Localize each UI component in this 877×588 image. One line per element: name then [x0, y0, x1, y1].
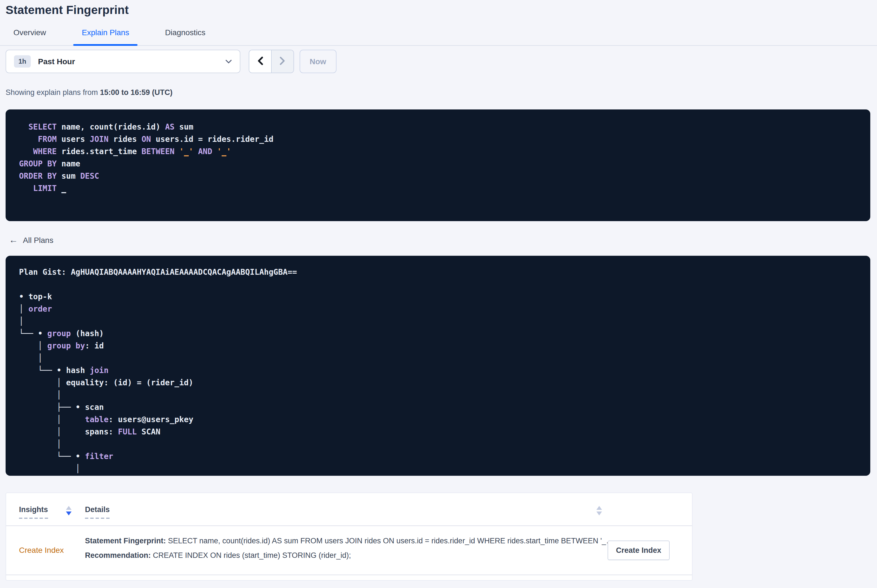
sort-desc-icon[interactable]: [66, 506, 72, 515]
page-title: Statement Fingerprint: [0, 0, 877, 17]
recommendation-label: Recommendation:: [85, 551, 151, 560]
time-range-dropdown[interactable]: 1h Past Hour: [6, 50, 240, 73]
chevron-right-icon: [280, 56, 286, 67]
sql-statement-code: SELECT name, count(rides.id) AS sum FROM…: [19, 121, 857, 194]
recommendation-detail: Recommendation: CREATE INDEX ON rides (s…: [85, 551, 351, 560]
tab-explain-plans[interactable]: Explain Plans: [82, 28, 129, 45]
plan-tree: • top-k│ order│└── • group (hash) │ grou…: [19, 290, 857, 475]
insight-type-link[interactable]: Create Index: [19, 546, 64, 555]
previous-interval-button[interactable]: [249, 50, 271, 73]
recommendation-text: CREATE INDEX ON rides (start_time) STORI…: [151, 551, 351, 560]
back-arrow-icon: ←: [9, 236, 18, 244]
all-plans-label: All Plans: [23, 236, 53, 244]
showing-range-bold: 15:00 to 16:59 (UTC): [100, 88, 173, 97]
chevron-left-icon: [257, 56, 263, 67]
tab-overview[interactable]: Overview: [14, 28, 46, 45]
spacer: [19, 278, 857, 290]
create-index-button[interactable]: Create Index: [608, 540, 669, 560]
sort-up-triangle: [596, 506, 602, 510]
fingerprint-text: SELECT name, count(rides.id) AS sum FROM…: [166, 537, 613, 545]
column-header-details[interactable]: Details: [85, 506, 110, 519]
plan-gist-label: Plan Gist:: [19, 267, 71, 276]
table-row: Create Index Statement Fingerprint: SELE…: [6, 526, 692, 575]
time-step-buttons: [249, 50, 294, 73]
plan-gist-value: AgHUAQIABQAAAAHYAQIAiAEAAAADCQACAgAABQIL…: [71, 267, 297, 276]
chevron-down-icon: [225, 59, 232, 64]
time-toolbar: 1h Past Hour Now: [6, 50, 870, 73]
now-button[interactable]: Now: [299, 50, 336, 73]
sort-down-triangle-active: [66, 512, 72, 515]
all-plans-link[interactable]: ← All Plans: [9, 236, 53, 244]
tab-bar: Overview Explain Plans Diagnostics: [0, 28, 877, 46]
tab-diagnostics[interactable]: Diagnostics: [165, 28, 205, 45]
column-header-insights[interactable]: Insights: [19, 506, 48, 519]
sort-up-triangle: [66, 506, 72, 510]
insights-table-header: Insights Details: [6, 493, 692, 526]
statement-fingerprint-detail: Statement Fingerprint: SELECT name, coun…: [85, 537, 613, 545]
fingerprint-label: Statement Fingerprint:: [85, 537, 166, 545]
plan-gist-line: Plan Gist: AgHUAQIABQAAAAHYAQIAiAEAAAADC…: [19, 266, 857, 278]
time-range-label: Past Hour: [38, 57, 75, 66]
plan-gist-box: Plan Gist: AgHUAQIABQAAAAHYAQIAiAEAAAADC…: [6, 256, 870, 476]
showing-prefix: Showing explain plans from: [6, 88, 100, 97]
next-interval-button[interactable]: [272, 50, 293, 73]
sort-down-triangle: [596, 512, 602, 515]
sql-statement-box: SELECT name, count(rides.id) AS sum FROM…: [6, 110, 870, 221]
insights-table: Insights Details Create Index Statement …: [6, 492, 692, 581]
time-range-badge: 1h: [14, 55, 31, 68]
showing-range-text: Showing explain plans from 15:00 to 16:5…: [6, 88, 877, 97]
sort-icon[interactable]: [596, 506, 602, 515]
